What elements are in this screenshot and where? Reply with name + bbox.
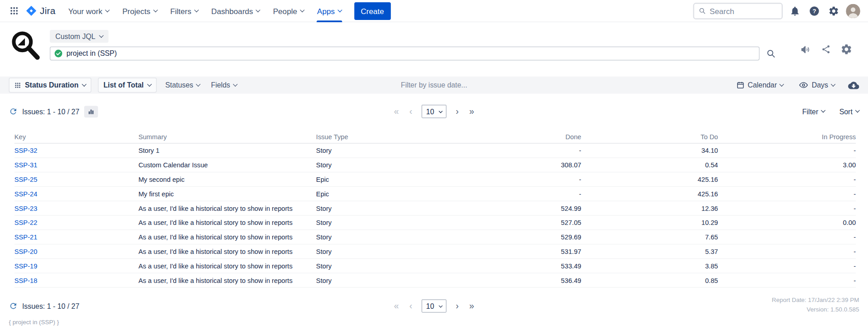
settings-button[interactable] (826, 3, 841, 19)
nav-item-projects[interactable]: Projects (116, 0, 163, 22)
issue-key-link[interactable]: SSP-20 (14, 248, 38, 255)
issue-key-link[interactable]: SSP-18 (14, 276, 38, 284)
issue-key-cell: SSP-32 (14, 146, 139, 154)
global-search-input[interactable] (710, 6, 777, 15)
last-page-button[interactable]: » (468, 107, 475, 116)
issue-summary: As a user, I'd like a historical story t… (139, 219, 316, 226)
view-type-button[interactable]: List of Total (98, 78, 156, 92)
issue-type: Story (316, 161, 427, 169)
app-settings-button[interactable] (840, 43, 853, 55)
issue-key-link[interactable]: SSP-19 (14, 262, 38, 270)
issue-inprogress-value: - (718, 190, 856, 198)
issue-todo-value: 7.65 (581, 233, 718, 241)
results-right-cluster: Filter Sort (802, 107, 859, 116)
help-button[interactable]: ? (807, 3, 822, 19)
issue-key-link[interactable]: SSP-23 (14, 204, 38, 212)
last-page-button[interactable]: » (468, 302, 475, 311)
share-button[interactable] (821, 44, 831, 54)
bar-chart-icon (88, 108, 95, 115)
jql-input-wrapper (50, 47, 759, 61)
jira-app: Jira Your work Projects Filters Dashboar… (0, 0, 868, 331)
share-icon (821, 44, 831, 54)
prev-page-button[interactable]: ‹ (408, 107, 413, 116)
nav-item-filters[interactable]: Filters (164, 0, 204, 22)
refresh-button[interactable] (9, 107, 18, 116)
chevron-down-icon (821, 108, 825, 112)
app-switcher-button[interactable] (5, 2, 22, 19)
first-page-button[interactable]: « (393, 107, 400, 116)
issue-row: SSP-32Story 1Story-34.10- (14, 144, 856, 158)
export-button[interactable] (848, 79, 859, 90)
jql-mode-button[interactable]: Custom JQL (50, 30, 109, 43)
refresh-button[interactable] (9, 302, 18, 311)
notifications-button[interactable] (788, 3, 802, 19)
issue-summary: My first epic (139, 190, 316, 198)
refresh-icon (9, 302, 18, 311)
grid-small-icon (14, 82, 21, 88)
profile-avatar[interactable] (846, 4, 860, 18)
prev-page-button[interactable]: ‹ (408, 302, 413, 311)
report-type-button[interactable]: Status Duration (9, 78, 91, 92)
page-size-select[interactable]: 10 (422, 105, 446, 118)
jql-input[interactable] (67, 49, 755, 58)
issue-row: SSP-24My first epicEpic-425.16- (14, 187, 856, 201)
announcement-button[interactable] (800, 44, 812, 55)
chevron-down-icon (831, 82, 835, 86)
refresh-icon (9, 107, 18, 116)
report-meta: Report Date: 17/Jan/22 2:39 PM Version: … (772, 296, 859, 314)
nav-item-your-work[interactable]: Your work (62, 0, 115, 22)
nav-item-dashboards[interactable]: Dashboards (205, 0, 266, 22)
next-page-button[interactable]: › (455, 107, 460, 116)
nav-item-apps[interactable]: Apps (311, 0, 348, 22)
issue-date-filter-input[interactable] (368, 81, 500, 89)
run-search-button[interactable] (766, 49, 776, 58)
issue-done-value: 531.97 (427, 248, 581, 255)
issue-todo-value: 3.85 (581, 262, 718, 270)
issue-type: Epic (316, 175, 427, 183)
issue-done-value: 527.05 (427, 219, 581, 226)
grid-icon (9, 6, 19, 15)
issue-row: SSP-20As a user, I'd like a historical s… (14, 244, 856, 259)
issue-type: Story (316, 233, 427, 241)
statuses-label: Statuses (165, 81, 193, 89)
chevron-down-icon (855, 108, 860, 112)
fields-dropdown[interactable]: Fields (209, 81, 239, 89)
issue-key-cell: SSP-20 (14, 248, 139, 255)
issue-done-value: 533.49 (427, 262, 581, 270)
days-dropdown[interactable]: Days (797, 80, 837, 90)
next-page-button[interactable]: › (455, 302, 460, 311)
filter-dropdown[interactable]: Filter (802, 107, 825, 116)
issue-todo-value: 425.16 (581, 190, 718, 198)
chart-view-button[interactable] (84, 106, 98, 117)
query-header: Custom JQL (0, 22, 868, 72)
page-size-select[interactable]: 10 (422, 299, 446, 312)
results-bar: Issues: 1 - 10 / 27 « ‹ 10 › » Filter So… (0, 103, 868, 120)
issue-key-cell: SSP-18 (14, 276, 139, 284)
chevron-down-icon (439, 303, 443, 307)
issue-done-value: 536.49 (427, 276, 581, 284)
sort-dropdown[interactable]: Sort (839, 107, 859, 116)
create-button[interactable]: Create (354, 2, 391, 19)
issue-key-link[interactable]: SSP-24 (14, 190, 38, 198)
issue-inprogress-value: - (718, 248, 856, 255)
issue-done-value: - (427, 146, 581, 154)
jira-logo[interactable]: Jira (23, 5, 61, 17)
statuses-dropdown[interactable]: Statuses (163, 81, 202, 89)
calendar-dropdown[interactable]: Calendar (734, 81, 786, 89)
issue-key-link[interactable]: SSP-22 (14, 219, 38, 226)
global-search[interactable] (693, 3, 783, 19)
issue-type: Story (316, 276, 427, 284)
issue-key-link[interactable]: SSP-25 (14, 175, 38, 183)
issue-key-cell: SSP-19 (14, 262, 139, 270)
nav-item-people[interactable]: People (267, 0, 310, 22)
issue-done-value: 529.69 (427, 233, 581, 241)
first-page-button[interactable]: « (393, 302, 400, 311)
issue-key-link[interactable]: SSP-32 (14, 146, 38, 154)
search-icon (699, 7, 706, 15)
column-header-to-do: To Do (581, 133, 718, 141)
bell-icon (789, 5, 800, 16)
issue-key-link[interactable]: SSP-21 (14, 233, 38, 241)
issue-key-link[interactable]: SSP-31 (14, 161, 38, 169)
jira-mark-icon (25, 5, 37, 17)
page-size-value: 10 (426, 107, 434, 116)
